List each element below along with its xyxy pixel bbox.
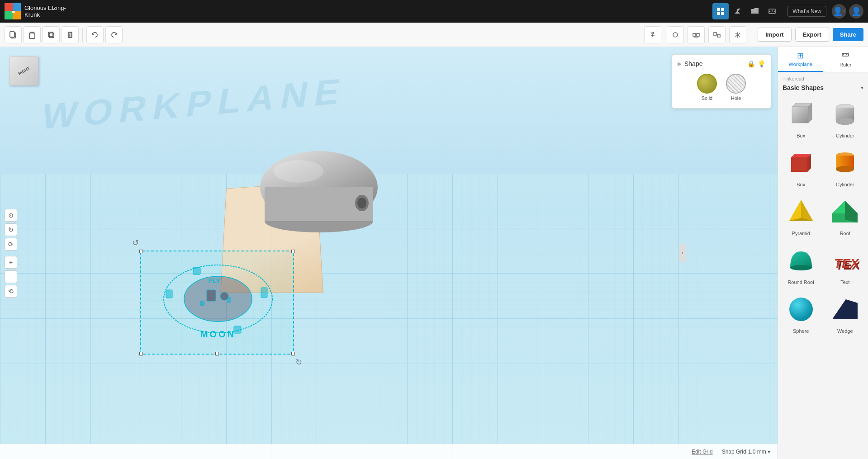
nav-cube[interactable]: RIGHT	[9, 56, 38, 85]
lock-icon[interactable]: 🔒	[747, 60, 755, 67]
anchor-btn[interactable]	[644, 26, 661, 43]
group-btn[interactable]	[688, 26, 705, 43]
shape-sphere[interactable]: Sphere	[781, 290, 821, 336]
shape-cylinder-wire[interactable]: Cylinder	[825, 95, 866, 140]
svg-rect-44	[792, 107, 808, 123]
paste-button[interactable]	[24, 26, 41, 43]
ruler-tab[interactable]: Ruler	[823, 47, 868, 72]
solid-label: Solid	[702, 95, 712, 101]
duplicate-button[interactable]	[43, 26, 60, 43]
svg-rect-19	[714, 33, 716, 35]
undo-button[interactable]	[86, 26, 104, 43]
shape-label-cylinder-wire: Cylinder	[836, 133, 854, 138]
top-bar: TIN Glorious Elzing-Krunk	[0, 0, 868, 23]
svg-text:TEXT: TEXT	[834, 256, 859, 270]
svg-rect-8	[721, 12, 724, 15]
copy-button[interactable]	[5, 26, 22, 43]
shape-pyramid[interactable]: Pyramid	[781, 193, 821, 238]
hammer-btn[interactable]	[730, 3, 746, 19]
ungroup-btn[interactable]	[708, 26, 726, 43]
shape-text[interactable]: TEXT TEXT Text	[825, 241, 866, 287]
solid-option[interactable]: Solid	[697, 74, 717, 101]
main-area: WORKPLANE RIGHT ⊙ ↻ ⟳ + − ⟲	[0, 47, 868, 459]
hole-option[interactable]: Hole	[726, 74, 746, 101]
toolbar-sep-1	[82, 28, 83, 42]
shape-cylinder-solid[interactable]: Cylinder	[825, 144, 866, 189]
bottom-bar: Edit Grid Snap Grid 1.0 mm ▾	[0, 444, 778, 459]
category-title: Basic Shapes	[783, 84, 824, 91]
svg-point-53	[836, 166, 854, 172]
logo-area: TIN Glorious Elzing-Krunk	[0, 3, 72, 19]
tinkercad-logo: TIN	[5, 3, 21, 19]
ruler-tab-icon	[841, 51, 849, 61]
lightbulb-icon[interactable]: 💡	[758, 60, 765, 67]
shape-label-cylinder-solid: Cylinder	[836, 182, 854, 187]
svg-point-60	[790, 265, 812, 270]
mirror-btn[interactable]	[729, 26, 746, 43]
share-button[interactable]: Share	[833, 28, 863, 41]
solid-hole-selector: Solid Hole	[678, 74, 765, 101]
folder-btn[interactable]	[747, 3, 763, 19]
zoom-controls: ⊙ ↻ ⟳ + − ⟲	[5, 209, 17, 298]
shape-label-wedge: Wedge	[837, 328, 853, 334]
hole-circle-icon	[726, 74, 746, 94]
grid-background	[0, 47, 778, 459]
snap-grid-control[interactable]: Snap Grid 1.0 mm ▾	[722, 449, 770, 455]
workplane-tab-icon: ⊞	[797, 51, 804, 61]
shape-box-solid[interactable]: Box	[781, 144, 821, 189]
shape-panel-icons: 🔒 💡	[747, 60, 765, 67]
svg-rect-12	[29, 33, 35, 38]
3d-viewport[interactable]: WORKPLANE RIGHT ⊙ ↻ ⟳ + − ⟲	[0, 47, 778, 459]
shape-label-text: Text	[840, 279, 849, 285]
zoom-in-btn[interactable]: +	[5, 256, 17, 269]
align-shape-btn[interactable]	[667, 26, 684, 43]
profile-btn[interactable]: 👤	[849, 4, 863, 19]
add-user-btn[interactable]: 👤+	[832, 4, 846, 19]
home-view-btn[interactable]: ⊙	[5, 209, 17, 222]
svg-rect-20	[717, 34, 720, 37]
grid-view-btn[interactable]	[712, 3, 729, 19]
shape-label-sphere: Sphere	[793, 328, 809, 334]
category-title-row: Basic Shapes ▾	[778, 82, 868, 95]
ruler-tab-label: Ruler	[840, 62, 851, 67]
solid-circle-icon	[697, 74, 717, 94]
shape-panel: ▶ Shape 🔒 💡 Solid Hole	[672, 54, 771, 109]
category-dropdown-icon[interactable]: ▾	[861, 85, 863, 91]
shape-thumb-cylinder-wire	[828, 97, 862, 131]
export-button[interactable]: Export	[795, 28, 829, 42]
svg-text:TIN: TIN	[10, 10, 15, 14]
svg-rect-18	[697, 33, 699, 36]
codeblocks-btn[interactable]	[764, 3, 780, 19]
shape-box-wire[interactable]: Box	[781, 95, 821, 140]
import-button[interactable]: Import	[758, 28, 791, 42]
svg-marker-59	[845, 201, 858, 222]
right-panel: ⊞ Workplane Ruler Tinkercad Basic Shapes…	[778, 47, 868, 459]
redo-button[interactable]	[105, 26, 123, 43]
shape-thumb-roof	[828, 194, 862, 229]
svg-point-47	[836, 118, 854, 125]
panel-collapse-btn[interactable]: ›	[679, 244, 686, 262]
tilt-view-btn[interactable]: ⟳	[5, 238, 17, 251]
shape-roof[interactable]: Roof	[825, 193, 866, 238]
svg-rect-5	[717, 8, 720, 11]
shape-wedge[interactable]: Wedge	[825, 290, 866, 336]
svg-point-15	[652, 32, 654, 34]
right-panel-tabs: ⊞ Workplane Ruler	[778, 47, 868, 72]
shape-panel-title-text: Shape	[684, 60, 702, 67]
shapes-grid: Box Cylinde	[778, 95, 868, 340]
workplane-tab[interactable]: ⊞ Workplane	[778, 47, 823, 72]
rotate-view-btn[interactable]: ↻	[5, 223, 17, 236]
zoom-out-btn[interactable]: −	[5, 270, 17, 283]
reset-zoom-btn[interactable]: ⟲	[5, 285, 17, 298]
shape-round-roof[interactable]: Round Roof	[781, 241, 821, 287]
user-icons: 👤+ 👤	[832, 4, 863, 19]
delete-button[interactable]	[62, 26, 79, 43]
shape-label-roof: Roof	[840, 231, 850, 236]
shape-thumb-pyramid	[784, 194, 818, 229]
svg-rect-6	[721, 8, 724, 11]
edit-grid-link[interactable]: Edit Grid	[692, 449, 713, 455]
svg-rect-7	[717, 12, 720, 15]
whats-new-button[interactable]: What's New	[787, 6, 826, 17]
shape-thumb-cylinder-solid	[828, 146, 862, 180]
shape-label-round-roof: Round Roof	[787, 279, 814, 285]
